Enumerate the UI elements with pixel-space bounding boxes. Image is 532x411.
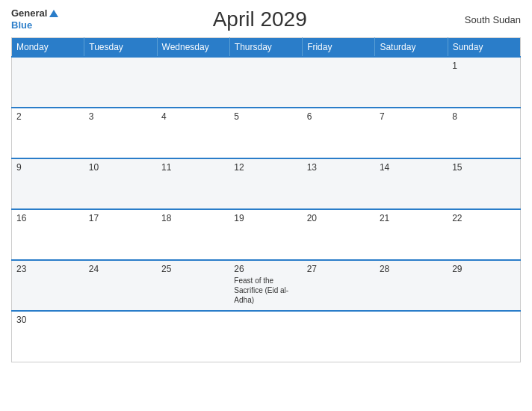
weekday-header-row: Monday Tuesday Wednesday Thursday Friday…	[12, 38, 521, 58]
day-number: 1	[452, 61, 516, 71]
day-number: 14	[380, 162, 443, 173]
table-row: 16	[12, 209, 84, 260]
header-thursday: Thursday	[229, 38, 302, 58]
table-row	[303, 311, 375, 362]
day-number: 18	[161, 213, 225, 223]
logo-general-text: General	[11, 7, 47, 19]
day-number: 24	[89, 264, 152, 274]
table-row: 7	[375, 108, 448, 158]
table-row: 14	[375, 158, 448, 209]
table-row: 3	[84, 108, 157, 158]
table-row: 26Feast of the Sacrifice (Eid al-Adha)	[229, 260, 302, 311]
day-number: 3	[89, 111, 152, 122]
day-number: 23	[16, 264, 80, 274]
table-row: 17	[84, 209, 157, 260]
day-number: 8	[452, 111, 516, 122]
table-row	[229, 57, 302, 108]
day-number: 30	[16, 315, 80, 325]
day-number: 5	[234, 111, 297, 122]
table-row: 9	[12, 158, 84, 209]
day-number: 17	[89, 213, 152, 223]
table-row: 5	[229, 108, 302, 158]
table-row	[303, 57, 375, 108]
day-number: 12	[234, 162, 297, 173]
table-row: 24	[84, 260, 157, 311]
header-monday: Monday	[12, 38, 84, 58]
day-number: 7	[380, 111, 443, 122]
table-row	[375, 57, 448, 108]
day-number: 10	[89, 162, 152, 173]
header-tuesday: Tuesday	[84, 38, 157, 58]
day-number: 22	[452, 213, 516, 223]
calendar-week-row: 9101112131415	[12, 158, 521, 209]
logo: General Blue	[11, 7, 58, 31]
calendar-page: General Blue April 2029 South Sudan Mond…	[0, 0, 532, 411]
header-wednesday: Wednesday	[157, 38, 229, 58]
table-row: 23	[12, 260, 84, 311]
table-row	[229, 311, 302, 362]
table-row: 15	[448, 158, 520, 209]
table-row: 28	[375, 260, 448, 311]
logo-blue-text: Blue	[11, 19, 32, 31]
table-row	[12, 57, 84, 108]
table-row	[448, 311, 520, 362]
table-row: 4	[157, 108, 229, 158]
day-number: 26	[234, 264, 297, 274]
table-row: 19	[229, 209, 302, 260]
calendar-table: Monday Tuesday Wednesday Thursday Friday…	[11, 37, 521, 362]
day-number: 21	[380, 213, 443, 223]
table-row: 21	[375, 209, 448, 260]
table-row	[84, 57, 157, 108]
day-number: 6	[307, 111, 371, 122]
calendar-week-row: 23242526Feast of the Sacrifice (Eid al-A…	[12, 260, 521, 311]
table-row: 13	[303, 158, 375, 209]
logo-triangle-icon	[49, 10, 58, 17]
day-number: 28	[380, 264, 443, 274]
table-row: 22	[448, 209, 520, 260]
table-row	[375, 311, 448, 362]
table-row: 8	[448, 108, 520, 158]
day-number: 9	[16, 162, 80, 173]
table-row: 29	[448, 260, 520, 311]
calendar-week-row: 2345678	[12, 108, 521, 158]
event-label: Feast of the Sacrifice (Eid al-Adha)	[234, 276, 288, 304]
header-sunday: Sunday	[448, 38, 520, 58]
table-row: 18	[157, 209, 229, 260]
day-number: 20	[307, 213, 371, 223]
day-number: 27	[307, 264, 371, 274]
day-number: 11	[161, 162, 225, 173]
table-row: 12	[229, 158, 302, 209]
table-row: 1	[448, 57, 520, 108]
header: General Blue April 2029 South Sudan	[11, 7, 521, 31]
day-number: 16	[16, 213, 80, 223]
header-saturday: Saturday	[375, 38, 448, 58]
table-row: 30	[12, 311, 84, 362]
calendar-week-row: 1	[12, 57, 521, 108]
table-row: 25	[157, 260, 229, 311]
day-number: 13	[307, 162, 371, 173]
table-row: 2	[12, 108, 84, 158]
table-row	[157, 311, 229, 362]
table-row: 11	[157, 158, 229, 209]
table-row: 10	[84, 158, 157, 209]
header-friday: Friday	[303, 38, 375, 58]
calendar-week-row: 30	[12, 311, 521, 362]
calendar-title: April 2029	[58, 7, 461, 31]
table-row: 27	[303, 260, 375, 311]
day-number: 29	[452, 264, 516, 274]
calendar-week-row: 16171819202122	[12, 209, 521, 260]
day-number: 19	[234, 213, 297, 223]
day-number: 25	[161, 264, 225, 274]
table-row: 6	[303, 108, 375, 158]
table-row: 20	[303, 209, 375, 260]
table-row	[157, 57, 229, 108]
country-label: South Sudan	[461, 14, 521, 25]
day-number: 15	[452, 162, 516, 173]
day-number: 4	[161, 111, 225, 122]
table-row	[84, 311, 157, 362]
day-number: 2	[16, 111, 80, 122]
